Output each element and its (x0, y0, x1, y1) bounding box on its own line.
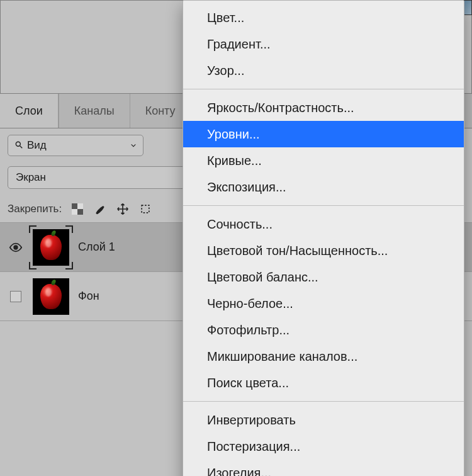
lock-pixels-icon[interactable] (70, 202, 84, 216)
menu-color-balance[interactable]: Цветовой баланс... (183, 264, 464, 290)
chevron-down-icon (130, 140, 137, 150)
apple-icon (40, 284, 62, 309)
menu-hue-saturation[interactable]: Цветовой тон/Насыщенность... (183, 237, 464, 264)
menu-exposure[interactable]: Экспозиция... (183, 174, 464, 200)
apple-icon (40, 235, 62, 260)
menu-separator (183, 401, 464, 402)
svg-rect-6 (142, 205, 149, 213)
layer-thumbnail[interactable] (33, 229, 69, 266)
menu-invert[interactable]: Инвертировать (183, 407, 464, 433)
adjustment-layer-menu: Цвет... Градиент... Узор... Яркость/Конт… (183, 0, 464, 476)
lock-position-icon[interactable] (116, 202, 130, 216)
empty-checkbox-icon (10, 291, 21, 302)
visibility-toggle[interactable] (8, 291, 24, 302)
svg-line-1 (20, 145, 23, 148)
menu-levels[interactable]: Уровни... (183, 121, 464, 147)
menu-pattern[interactable]: Узор... (183, 57, 464, 84)
tab-paths[interactable]: Конту (130, 94, 191, 128)
menu-separator (183, 205, 464, 206)
blend-mode-value: Экран (16, 171, 46, 184)
layer-name[interactable]: Слой 1 (78, 241, 115, 254)
svg-rect-2 (72, 203, 77, 209)
menu-color-lookup[interactable]: Поиск цвета... (183, 370, 464, 396)
svg-point-0 (16, 142, 20, 146)
search-icon (14, 140, 23, 151)
menu-vibrance[interactable]: Сочность... (183, 211, 464, 237)
svg-rect-3 (77, 209, 83, 215)
menu-gradient[interactable]: Градиент... (183, 31, 464, 57)
svg-rect-5 (72, 209, 77, 215)
lock-label: Закрепить: (8, 203, 62, 215)
layer-filter-label: Вид (27, 139, 47, 152)
lock-artboard-icon[interactable] (138, 202, 152, 216)
svg-point-7 (14, 246, 18, 249)
layer-thumbnail[interactable] (33, 278, 69, 315)
menu-solid-color[interactable]: Цвет... (183, 4, 464, 31)
lock-brush-icon[interactable] (93, 202, 107, 216)
menu-photo-filter[interactable]: Фотофильтр... (183, 317, 464, 343)
menu-threshold[interactable]: Изогелия... (183, 460, 464, 476)
svg-rect-4 (77, 203, 83, 209)
layer-name[interactable]: Фон (78, 290, 99, 303)
layer-filter-dropdown[interactable]: Вид (8, 135, 143, 156)
menu-curves[interactable]: Кривые... (183, 147, 464, 174)
tab-layers[interactable]: Слои (0, 94, 59, 128)
menu-black-white[interactable]: Черно-белое... (183, 290, 464, 317)
visibility-toggle[interactable] (8, 241, 24, 254)
menu-posterize[interactable]: Постеризация... (183, 433, 464, 460)
tab-channels[interactable]: Каналы (59, 94, 130, 128)
menu-brightness-contrast[interactable]: Яркость/Контрастность... (183, 94, 464, 121)
menu-separator (183, 89, 464, 89)
menu-channel-mixer[interactable]: Микширование каналов... (183, 343, 464, 370)
